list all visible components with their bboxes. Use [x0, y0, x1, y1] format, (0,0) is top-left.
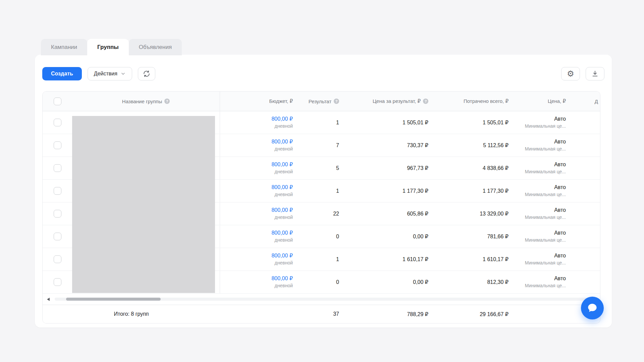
cost-per-result-cell: 967,73 ₽	[344, 157, 434, 179]
budget-cell: 800,00 ₽ дневной	[220, 225, 298, 248]
result-cell: 1	[298, 180, 344, 202]
chat-bubble-icon	[587, 303, 598, 313]
budget-period-label: дневной	[275, 146, 293, 152]
budget-link[interactable]: 800,00 ₽	[271, 252, 293, 259]
spent-cell: 5 112,56 ₽	[434, 134, 514, 157]
price-cell: Авто Минимальная це...	[514, 157, 571, 179]
budget-link[interactable]: 800,00 ₽	[271, 116, 293, 122]
price-mode-label: Авто	[554, 275, 566, 282]
result-cell: 1	[298, 111, 344, 134]
price-note-label: Минимальная це...	[525, 215, 566, 221]
row-checkbox[interactable]	[54, 255, 61, 263]
price-note-label: Минимальная це...	[525, 192, 566, 198]
result-cell: 0	[298, 271, 344, 293]
price-cell: Авто Минимальная це...	[514, 248, 571, 270]
create-button[interactable]: Создать	[42, 67, 82, 80]
scroll-left-arrow-icon[interactable]	[47, 298, 50, 301]
gear-icon: ⚙	[567, 70, 574, 78]
row-checkbox[interactable]	[54, 119, 61, 126]
row-checkbox[interactable]	[54, 210, 61, 218]
row-checkbox-cell	[43, 202, 72, 225]
price-cell: Авто Минимальная це...	[514, 202, 571, 225]
help-icon[interactable]: ?	[164, 99, 170, 104]
spent-cell: 13 329,00 ₽	[434, 202, 514, 225]
budget-link[interactable]: 800,00 ₽	[271, 275, 293, 282]
budget-link[interactable]: 800,00 ₽	[271, 138, 293, 145]
refresh-icon	[143, 70, 150, 77]
spent-cell: 781,66 ₽	[434, 225, 514, 248]
budget-link[interactable]: 800,00 ₽	[271, 184, 293, 191]
footer-result-total: 37	[298, 305, 344, 323]
price-cell: Авто Минимальная це...	[514, 180, 571, 202]
extra-cell	[571, 180, 600, 202]
row-checkbox[interactable]	[54, 164, 61, 172]
budget-link[interactable]: 800,00 ₽	[271, 230, 293, 236]
tab-groups[interactable]: Группы	[87, 39, 129, 55]
price-mode-label: Авто	[554, 230, 566, 236]
cost-per-result-cell: 730,37 ₽	[344, 134, 434, 157]
price-mode-label: Авто	[554, 116, 566, 122]
price-note-label: Минимальная це...	[525, 283, 566, 289]
row-checkbox[interactable]	[54, 233, 61, 240]
price-cell: Авто Минимальная це...	[514, 271, 571, 293]
chevron-down-icon	[120, 71, 126, 76]
redacted-group-names	[72, 116, 215, 293]
row-checkbox[interactable]	[54, 187, 61, 195]
chat-fab-button[interactable]	[581, 297, 604, 319]
budget-cell: 800,00 ₽ дневной	[220, 180, 298, 202]
table-header-row: Название группы ? Бюджет, ₽ Результат ? …	[43, 92, 600, 111]
footer-cost-per-result-total: 788,29 ₽	[344, 305, 434, 323]
cost-per-result-cell: 1 505,01 ₽	[344, 111, 434, 134]
footer-budget-empty	[220, 305, 298, 323]
cost-per-result-cell: 605,86 ₽	[344, 202, 434, 225]
budget-link[interactable]: 800,00 ₽	[271, 161, 293, 168]
tab-ads[interactable]: Объявления	[129, 39, 182, 55]
extra-cell	[571, 225, 600, 248]
budget-period-label: дневной	[275, 237, 293, 243]
row-checkbox[interactable]	[54, 278, 61, 286]
page: Кампании Группы Объявления Создать Дейст…	[0, 0, 644, 362]
actions-dropdown[interactable]: Действия	[88, 67, 132, 80]
select-all-checkbox[interactable]	[54, 98, 61, 105]
settings-button[interactable]: ⚙	[561, 67, 580, 80]
price-note-label: Минимальная це...	[525, 237, 566, 243]
budget-period-label: дневной	[275, 215, 293, 221]
help-icon[interactable]: ?	[334, 99, 339, 104]
price-mode-label: Авто	[554, 184, 566, 191]
row-checkbox[interactable]	[54, 141, 61, 149]
footer-spent-total: 29 166,67 ₽	[434, 305, 514, 323]
price-mode-label: Авто	[554, 138, 566, 145]
header-price: Цена, ₽	[514, 92, 571, 111]
export-button[interactable]	[586, 67, 604, 80]
price-mode-label: Авто	[554, 207, 566, 214]
tab-campaigns[interactable]: Кампании	[41, 39, 87, 55]
header-group-name: Название группы ?	[72, 92, 220, 111]
row-checkbox-cell	[43, 134, 72, 157]
refresh-button[interactable]	[138, 67, 155, 80]
budget-link[interactable]: 800,00 ₽	[271, 207, 293, 214]
select-all-cell	[43, 92, 72, 111]
groups-table: Название группы ? Бюджет, ₽ Результат ? …	[42, 91, 600, 323]
totals-label: Итого: 8 групп	[43, 305, 220, 323]
budget-period-label: дневной	[275, 169, 293, 175]
result-cell: 1	[298, 248, 344, 270]
spent-cell: 4 838,66 ₽	[434, 157, 514, 179]
price-note-label: Минимальная це...	[525, 146, 566, 152]
extra-cell	[571, 134, 600, 157]
download-icon	[591, 70, 599, 77]
budget-cell: 800,00 ₽ дневной	[220, 248, 298, 270]
extra-cell	[571, 248, 600, 270]
price-cell: Авто Минимальная це...	[514, 225, 571, 248]
header-budget: Бюджет, ₽	[220, 92, 298, 111]
result-cell: 7	[298, 134, 344, 157]
scrollbar-thumb[interactable]	[66, 298, 161, 301]
tab-bar: Кампании Группы Объявления	[41, 39, 182, 55]
toolbar: Создать Действия ⚙	[42, 67, 604, 80]
spent-cell: 812,30 ₽	[434, 271, 514, 293]
help-icon[interactable]: ?	[423, 99, 428, 104]
spent-cell: 1 177,30 ₽	[434, 180, 514, 202]
price-note-label: Минимальная це...	[525, 169, 566, 175]
budget-period-label: дневной	[275, 283, 293, 289]
header-truncated-column: Д	[571, 92, 600, 111]
row-checkbox-cell	[43, 248, 72, 270]
